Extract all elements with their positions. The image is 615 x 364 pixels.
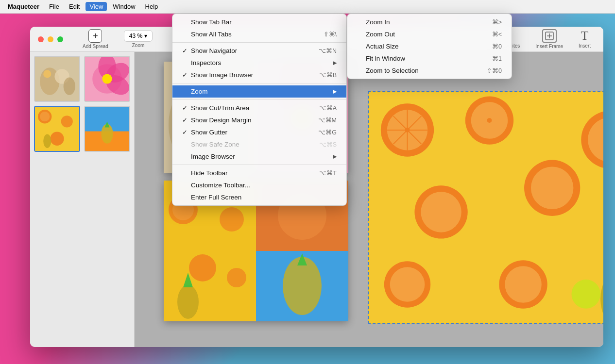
menu-window[interactable]: Window: [109, 2, 139, 11]
fit-in-window-label: Fit in Window: [366, 55, 405, 62]
insert-frame-label: Insert Frame: [535, 44, 563, 49]
zoom-value-display[interactable]: 43 % ▾: [124, 30, 153, 42]
svg-point-7: [43, 70, 51, 78]
show-all-tabs-label: Show All Tabs: [191, 31, 232, 38]
actual-size-label: Actual Size: [366, 43, 399, 50]
show-gutter-shortcut: ⌥⌘G: [318, 129, 337, 136]
show-image-browser-label: Show Image Browser: [191, 71, 253, 79]
show-safe-zone-label: Show Safe Zone: [191, 141, 239, 148]
menu-item-fit-in-window[interactable]: Fit in Window ⌘1: [347, 52, 512, 65]
menu-item-show-all-tabs[interactable]: Show All Tabs ⇧⌘\: [172, 28, 346, 40]
menu-item-show-design-margin[interactable]: ✓ Show Design Margin ⌥⌘M: [172, 114, 346, 126]
svg-point-37: [177, 285, 199, 319]
image-browser-label: Image Browser: [191, 153, 235, 160]
svg-point-36: [227, 268, 246, 287]
page-thumb-3[interactable]: [34, 106, 80, 152]
show-tab-bar-label: Show Tab Bar: [191, 18, 232, 26]
insert-frame-icon: [542, 29, 557, 43]
show-gutter-label: Show Gutter: [191, 129, 227, 136]
page-thumb-1[interactable]: [34, 56, 80, 102]
page-thumb-4[interactable]: [84, 106, 130, 152]
svg-point-17: [61, 116, 73, 127]
show-all-tabs-shortcut: ⇧⌘\: [324, 31, 337, 38]
menu-sep-4: [172, 165, 346, 165]
enter-full-screen-label: Enter Full Screen: [191, 194, 241, 201]
add-spread-button[interactable]: + Add Spread: [79, 27, 112, 51]
menu-item-show-navigator[interactable]: ✓ Show Navigator ⌥⌘N: [172, 45, 346, 57]
zoom-label: Zoom: [132, 43, 145, 48]
show-design-margin-shortcut: ⌥⌘M: [318, 116, 337, 124]
menu-item-enter-full-screen[interactable]: Enter Full Screen: [172, 191, 346, 203]
menu-edit[interactable]: Edit: [65, 2, 84, 11]
show-cut-trim-label: Show Cut/Trim Area: [191, 104, 249, 112]
zoom-out-label: Zoom Out: [366, 31, 395, 38]
show-safe-zone-shortcut: ⌥⌘S: [319, 141, 337, 148]
menu-item-show-tab-bar[interactable]: Show Tab Bar: [172, 16, 346, 28]
svg-point-19: [43, 134, 51, 148]
svg-point-58: [531, 167, 573, 209]
menu-item-image-browser[interactable]: Image Browser ▶: [172, 150, 346, 163]
menu-file[interactable]: File: [45, 2, 63, 11]
show-cut-trim-shortcut: ⌥⌘A: [319, 104, 337, 112]
show-image-browser-shortcut: ⌥⌘B: [319, 71, 337, 79]
menu-item-inspectors[interactable]: Inspectors ▶: [172, 57, 346, 69]
main-image-area[interactable]: [368, 91, 603, 324]
insert-text-icon: T: [581, 30, 589, 42]
traffic-lights: [38, 36, 63, 42]
svg-point-66: [571, 280, 600, 309]
inspectors-label: Inspectors: [191, 59, 221, 66]
zoom-to-selection-label: Zoom to Selection: [366, 67, 419, 74]
thumb-2-content: [85, 57, 129, 101]
close-button[interactable]: [38, 36, 44, 42]
svg-point-34: [220, 207, 244, 232]
check-show-gutter: ✓: [182, 129, 191, 136]
pages-panel: [30, 52, 135, 347]
menu-item-zoom-to-selection[interactable]: Zoom to Selection ⇧⌘0: [347, 65, 512, 77]
svg-point-35: [189, 254, 216, 281]
hide-toolbar-shortcut: ⌥⌘T: [319, 169, 337, 177]
inspectors-arrow: ▶: [333, 60, 337, 66]
add-spread-label: Add Spread: [83, 44, 108, 49]
menu-item-actual-size[interactable]: Actual Size ⌘0: [347, 40, 512, 52]
svg-point-62: [505, 266, 542, 303]
insert-frame-button[interactable]: Insert Frame: [530, 27, 568, 51]
menu-item-show-gutter[interactable]: ✓ Show Gutter ⌥⌘G: [172, 126, 346, 138]
menu-item-zoom[interactable]: Zoom ▶: [172, 85, 346, 98]
menu-item-show-safe-zone: Show Safe Zone ⌥⌘S: [172, 138, 346, 150]
maximize-button[interactable]: [57, 36, 63, 42]
app-name[interactable]: Maqueteer: [4, 2, 43, 11]
svg-point-6: [64, 77, 75, 95]
insert-button[interactable]: T Insert: [574, 28, 596, 50]
check-show-design-margin: ✓: [182, 116, 191, 124]
menu-sep-1: [172, 42, 346, 43]
zoom-control[interactable]: 43 % ▾ Zoom: [120, 28, 156, 50]
svg-point-13: [102, 74, 112, 83]
page-thumb-2[interactable]: [84, 56, 130, 102]
view-menu: Show Tab Bar Show All Tabs ⇧⌘\ ✓ Show Na…: [172, 14, 347, 206]
show-design-margin-label: Show Design Margin: [191, 116, 252, 124]
show-navigator-label: Show Navigator: [191, 47, 237, 54]
add-spread-icon: +: [88, 29, 102, 43]
zoom-in-label: Zoom In: [366, 18, 390, 26]
svg-point-18: [50, 132, 64, 146]
svg-point-52: [487, 118, 492, 123]
menu-view[interactable]: View: [85, 2, 107, 11]
menu-item-zoom-in[interactable]: Zoom In ⌘>: [347, 16, 512, 28]
spread-bottom-right-bottom: [256, 251, 348, 321]
svg-point-64: [390, 267, 425, 302]
show-navigator-shortcut: ⌥⌘N: [319, 47, 337, 54]
menu-item-show-image-browser[interactable]: ✓ Show Image Browser ⌥⌘B: [172, 69, 346, 81]
minimize-button[interactable]: [48, 36, 53, 42]
menu-item-show-cut-trim[interactable]: ✓ Show Cut/Trim Area ⌥⌘A: [172, 102, 346, 114]
menu-item-customize-toolbar[interactable]: Customize Toolbar...: [172, 179, 346, 191]
svg-point-16: [40, 112, 50, 121]
customize-toolbar-label: Customize Toolbar...: [191, 182, 250, 189]
image-browser-arrow: ▶: [333, 153, 337, 160]
toolbar: + Add Spread 43 % ▾ Zoom: [79, 27, 156, 51]
svg-point-56: [421, 192, 461, 232]
menu-help[interactable]: Help: [141, 2, 162, 11]
hide-toolbar-label: Hide Toolbar: [191, 169, 228, 177]
menu-item-zoom-out[interactable]: Zoom Out ⌘<: [347, 28, 512, 40]
zoom-menu-label: Zoom: [191, 88, 208, 95]
menu-item-hide-toolbar[interactable]: Hide Toolbar ⌥⌘T: [172, 167, 346, 179]
